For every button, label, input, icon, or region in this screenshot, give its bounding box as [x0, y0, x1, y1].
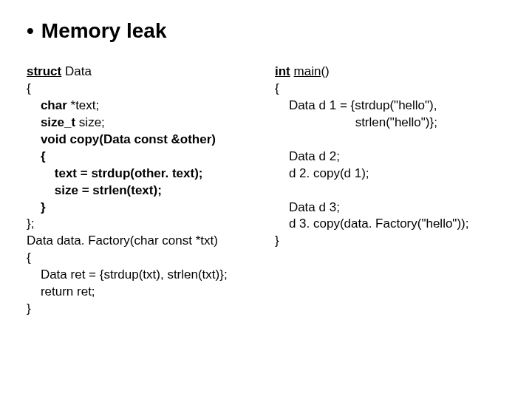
- code-line: d 2. copy(d 1);: [275, 166, 505, 183]
- code-line: }: [27, 200, 257, 216]
- code-line: text = strdup(other. text);: [27, 166, 257, 183]
- code-line: };: [27, 216, 257, 233]
- title-row: • Memory leak: [27, 21, 505, 41]
- blank-line: [275, 183, 505, 200]
- code-line: size = strlen(text);: [27, 183, 257, 200]
- code-line: {: [275, 81, 505, 98]
- code-line: Data d 1 = {strdup("hello"),: [275, 98, 505, 115]
- slide: • Memory leak struct Data { char *text; …: [0, 0, 532, 399]
- code-line: Data d 3;: [275, 200, 505, 216]
- code-left-column: struct Data { char *text; size_t size; v…: [27, 64, 257, 318]
- code-line: {: [27, 250, 257, 267]
- code-line: }: [27, 301, 257, 318]
- code-right-column: int main() { Data d 1 = {strdup("hello")…: [275, 64, 505, 318]
- code-line: Data data. Factory(char const *txt): [27, 233, 257, 250]
- code-line: char *text;: [27, 98, 257, 115]
- code-line: size_t size;: [27, 115, 257, 132]
- code-line: int main(): [275, 64, 505, 81]
- code-line: Data ret = {strdup(txt), strlen(txt)};: [27, 267, 257, 284]
- code-line: {: [27, 81, 257, 98]
- code-line: Data d 2;: [275, 149, 505, 166]
- code-line: struct Data: [27, 64, 257, 81]
- code-columns: struct Data { char *text; size_t size; v…: [27, 64, 505, 318]
- page-title: Memory leak: [41, 21, 167, 41]
- blank-line: [275, 132, 505, 149]
- code-line: }: [275, 233, 505, 250]
- code-line: strlen("hello")};: [275, 115, 505, 132]
- code-line: return ret;: [27, 284, 257, 301]
- code-line: void copy(Data const &other): [27, 132, 257, 149]
- bullet-icon: •: [27, 21, 34, 41]
- code-line: {: [27, 149, 257, 166]
- code-line: d 3. copy(data. Factory("hello"));: [275, 216, 505, 233]
